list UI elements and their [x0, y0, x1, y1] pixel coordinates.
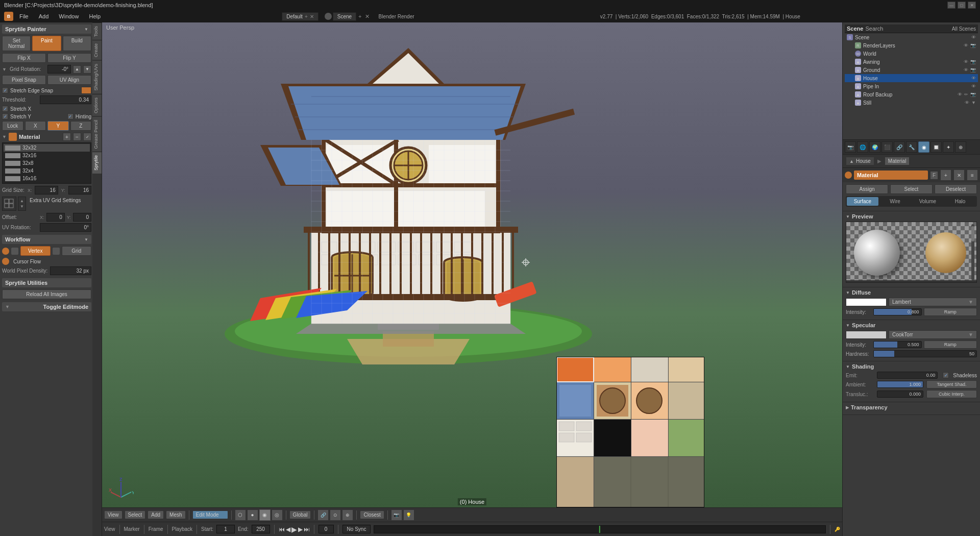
outliner-item-ground[interactable]: ▲ Ground 👁 📷 [845, 66, 978, 74]
lock-btn[interactable]: Lock [2, 121, 23, 131]
tab-shading-uvs[interactable]: Shading/UVs [92, 60, 102, 94]
grid-x-value[interactable]: 16 [35, 186, 58, 194]
wpd-value[interactable]: 32 px [50, 266, 91, 275]
flip-x-btn[interactable]: Flip X [2, 53, 46, 63]
constraints-icon[interactable]: 🔗 [894, 141, 905, 153]
play-btn[interactable]: ▶ [291, 525, 297, 533]
select-btn[interactable]: Select [890, 184, 933, 194]
world-props-icon[interactable]: 🌍 [869, 141, 880, 153]
material-item-0[interactable]: 32x32 [4, 144, 90, 152]
global-btn[interactable]: Global [289, 510, 311, 519]
grid-y-value[interactable]: 16 [68, 186, 91, 194]
awning-eye[interactable]: 👁 [964, 59, 968, 64]
specular-ramp-btn[interactable]: Ramp [924, 340, 977, 349]
menu-add[interactable]: Add [35, 12, 53, 21]
cubic-interp-btn[interactable]: Cubic Interp. [926, 390, 977, 398]
shadeless-checkbox[interactable] [943, 372, 949, 378]
stretch-edge-snap-checkbox[interactable] [2, 87, 8, 93]
rb-edit[interactable]: ✏ [964, 92, 968, 97]
particles-icon[interactable]: ✦ [943, 141, 954, 153]
end-frame-input[interactable]: 250 [252, 525, 270, 533]
offset-y-value[interactable]: 0 [73, 213, 91, 222]
timeline-playback-label[interactable]: Playback [172, 526, 193, 532]
render-props-icon[interactable]: 📷 [845, 141, 856, 153]
scene-eye-icon[interactable]: 👁 [971, 35, 976, 40]
blender-logo-icon[interactable]: B [4, 12, 13, 21]
move-icon[interactable]: ⊕ [342, 509, 353, 521]
workspace-selector[interactable]: Default + ✕ [282, 12, 318, 21]
material-btn[interactable]: ◉ [259, 509, 271, 521]
specular-color-swatch[interactable] [846, 331, 887, 339]
tab-sprytile[interactable]: Sprytile [92, 152, 102, 174]
all-scenes-label[interactable]: All Scenes [952, 26, 976, 32]
awning-render[interactable]: 📷 [970, 59, 976, 64]
maximize-button[interactable]: □ [958, 2, 966, 9]
outliner-item-scene[interactable]: S Scene 👁 [845, 33, 978, 41]
grid-rotation-value[interactable]: -0° [47, 65, 71, 74]
go-start-btn[interactable]: ⏮ [279, 526, 285, 533]
material-name-box[interactable]: Material [854, 170, 928, 180]
set-normal-btn[interactable]: Set Normal [2, 36, 31, 51]
offset-x-value[interactable]: 0 [46, 213, 65, 222]
uv-align-btn[interactable]: UV Align [47, 75, 91, 85]
preview-scroll[interactable] [971, 224, 974, 280]
mat-minus-btn[interactable]: ✕ [953, 169, 965, 181]
stretch-x-checkbox[interactable] [2, 106, 8, 112]
texture-atlas[interactable] [556, 357, 704, 507]
mesh-menu-btn[interactable]: Mesh [166, 510, 185, 519]
physics-icon[interactable]: ⊕ [955, 141, 966, 153]
solid-btn[interactable]: ● [247, 509, 258, 521]
scene-props-icon[interactable]: 🌐 [857, 141, 868, 153]
close-button[interactable]: ✕ [968, 2, 976, 9]
wire-tab[interactable]: Wire [879, 197, 911, 206]
start-frame-input[interactable]: 1 [216, 525, 235, 533]
outliner-item-renderlayers[interactable]: R RenderLayers 👁 📷 [845, 41, 978, 50]
object-props-icon[interactable]: ⬛ [881, 141, 893, 153]
tangent-shad-btn[interactable]: Tangent Shad. [926, 380, 977, 388]
modifiers-icon[interactable]: 🔧 [906, 141, 917, 153]
camera-icon[interactable]: 📷 [391, 509, 402, 521]
halo-tab[interactable]: Halo [944, 197, 976, 206]
outliner-item-house[interactable]: ▲ House 👁 [845, 74, 978, 82]
menu-file[interactable]: File [15, 12, 33, 21]
deselect-btn[interactable]: Deselect [935, 184, 977, 194]
wireframe-btn[interactable]: ⬡ [235, 509, 246, 521]
material-props-icon[interactable]: ◉ [918, 141, 929, 153]
hinting-checkbox[interactable] [67, 113, 74, 119]
rb-eye[interactable]: 👁 [958, 92, 962, 97]
still-render[interactable]: ▼ [971, 100, 976, 105]
material-check-btn[interactable]: ✓ [83, 133, 91, 141]
current-frame-input[interactable]: 0 [318, 525, 334, 533]
outliner-item-awning[interactable]: ▲ Awning 👁 📷 [845, 58, 978, 66]
light-icon[interactable]: 💡 [403, 509, 414, 521]
still-eye[interactable]: 👁 [965, 100, 969, 105]
emit-slider[interactable]: 0.00 [877, 372, 938, 379]
scene-selector[interactable]: Scene [333, 12, 356, 21]
sprytile-painter-header[interactable]: Sprytile Painter ▼ [2, 25, 91, 34]
material-add-btn[interactable]: + [63, 133, 71, 141]
specular-intensity-slider[interactable]: 0.500 [873, 341, 922, 348]
tab-create[interactable]: Create [92, 40, 102, 60]
timeline-ruler[interactable] [374, 525, 826, 533]
build-btn[interactable]: Build [63, 36, 91, 51]
material-breadcrumb[interactable]: Material [885, 157, 910, 165]
mat-data-btn[interactable]: ≡ [967, 169, 978, 181]
rb-render[interactable]: 📷 [970, 92, 976, 97]
diffuse-ramp-btn[interactable]: Ramp [924, 308, 977, 316]
menu-help[interactable]: Help [85, 12, 105, 21]
reload-images-btn[interactable]: Reload All Images [2, 289, 91, 299]
material-users-btn[interactable]: F [930, 171, 938, 180]
toggle-editmode-header[interactable]: ▼ Toggle Editmode [2, 302, 91, 311]
diffuse-color-swatch[interactable] [846, 298, 887, 306]
specular-shader-btn[interactable]: CookTorr ▼ [889, 330, 977, 339]
step-forward-btn[interactable]: ▶ [298, 526, 303, 533]
rendered-btn[interactable]: ◎ [272, 509, 283, 521]
search-label[interactable]: Search [865, 26, 883, 32]
threshold-value[interactable]: 0.34 [40, 95, 91, 104]
edit-mode-btn[interactable]: Edit Mode [192, 510, 228, 519]
timeline-frame-label[interactable]: Frame [149, 526, 163, 532]
select-menu-btn[interactable]: Select [125, 510, 146, 519]
axis-z-btn[interactable]: Z [70, 121, 92, 131]
transluc-slider[interactable]: 0.000 [877, 391, 923, 398]
tab-options[interactable]: Options [92, 94, 102, 116]
